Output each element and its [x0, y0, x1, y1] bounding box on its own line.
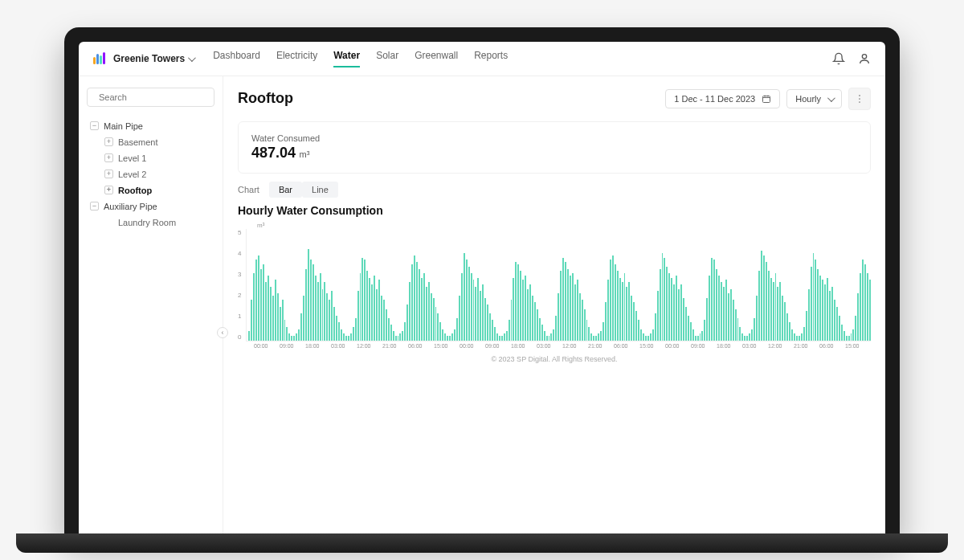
chart-bar: [857, 293, 859, 340]
chart-bar: [869, 280, 871, 340]
chart-bar: [494, 327, 496, 341]
chart-bar: [558, 293, 559, 340]
more-options-button[interactable]: [848, 88, 871, 110]
chart-bar: [447, 336, 448, 341]
chart-bar: [537, 309, 538, 341]
chart-bar: [668, 273, 670, 340]
chart-bar: [779, 282, 781, 340]
chart-bar: [423, 273, 425, 340]
calendar-icon: [762, 94, 771, 104]
search-box[interactable]: [87, 88, 214, 107]
chart-bar: [706, 298, 708, 341]
tree-group[interactable]: −Auxiliary Pipe: [87, 198, 214, 215]
y-axis: 543210: [238, 229, 246, 341]
nav-greenwall[interactable]: Greenwall: [415, 50, 458, 67]
chart-bar: [317, 282, 319, 340]
tree-toggle-icon: −: [90, 121, 99, 130]
chart-bar: [411, 264, 413, 341]
chart-bar: [404, 322, 406, 340]
chart-bar: [525, 276, 526, 341]
chart-bar: [786, 313, 788, 340]
chart-bar: [312, 264, 314, 341]
chart-bar: [728, 293, 729, 340]
sidebar: −Main Pipe+Basement+Level 1+Level 2+Roof…: [79, 76, 223, 533]
chart-bar: [733, 300, 734, 340]
chart-bar: [414, 255, 415, 341]
chart-bar: [574, 284, 576, 341]
chart-bar: [605, 302, 607, 340]
building-selector[interactable]: Greenie Towers: [113, 53, 194, 64]
metric-label: Water Consumed: [251, 133, 857, 143]
tree-item[interactable]: +Rooftop: [87, 182, 214, 198]
chart-bar: [768, 271, 770, 340]
chart-bar: [657, 291, 659, 340]
chart-bar: [683, 298, 684, 341]
chart-bar: [600, 331, 602, 340]
chart-bar: [350, 333, 352, 340]
chart-bar: [615, 264, 616, 341]
nav-electricity[interactable]: Electricity: [276, 50, 317, 67]
chart-bar: [315, 276, 317, 341]
chart-bar: [381, 296, 382, 341]
chart-type-label: Chart: [238, 185, 259, 194]
chart-bar: [461, 273, 463, 340]
chart-tab-line[interactable]: Line: [302, 182, 338, 198]
nav-dashboard[interactable]: Dashboard: [213, 50, 260, 67]
chart-bar: [374, 276, 375, 341]
tree-group[interactable]: −Main Pipe: [87, 118, 214, 134]
chart-bar: [716, 269, 717, 341]
chart-bar: [709, 276, 710, 341]
nav-solar[interactable]: Solar: [376, 50, 398, 67]
chart-bar: [248, 331, 250, 340]
chart-bar: [343, 333, 345, 340]
chart-bar: [595, 336, 597, 341]
chart-bar: [695, 336, 696, 341]
svg-point-7: [859, 95, 860, 96]
chart-bar: [763, 255, 765, 341]
chart-bar: [399, 333, 401, 340]
chart-bar: [509, 320, 510, 340]
chart-bar: [520, 271, 521, 340]
tree-item[interactable]: +Level 2: [87, 166, 214, 182]
svg-rect-3: [763, 96, 770, 102]
chart-bar: [268, 276, 269, 341]
chart-bar: [598, 333, 599, 340]
chart-bar: [602, 322, 604, 340]
chart-bar: [680, 284, 682, 341]
chart-bar: [324, 282, 325, 340]
chart-bar: [386, 309, 387, 341]
chart-bar: [834, 300, 835, 340]
chart-bar: [369, 278, 370, 341]
tree-item[interactable]: Laundry Room: [87, 215, 214, 231]
chart-tab-bar[interactable]: Bar: [269, 182, 302, 198]
chevron-down-icon: [827, 94, 833, 104]
chart-bar: [320, 273, 321, 340]
location-tree: −Main Pipe+Basement+Level 1+Level 2+Roof…: [87, 118, 214, 231]
chart-bar: [296, 333, 297, 340]
chart-bar: [612, 255, 614, 341]
chart-bar: [570, 276, 571, 341]
chart-bar: [308, 249, 309, 341]
chart-bar: [582, 300, 583, 340]
chart-bar: [789, 322, 790, 340]
date-range-picker[interactable]: 1 Dec - 11 Dec 2023: [665, 89, 780, 108]
user-icon[interactable]: [858, 52, 871, 65]
chart-bar: [298, 329, 300, 341]
interval-selector[interactable]: Hourly: [786, 89, 842, 108]
chart-bar: [739, 327, 741, 341]
chart-bar: [645, 336, 647, 341]
tree-item[interactable]: +Level 1: [87, 150, 214, 166]
tree-item[interactable]: +Basement: [87, 134, 214, 150]
search-input[interactable]: [99, 92, 210, 102]
chart-bar: [775, 273, 777, 340]
chart-bar: [357, 291, 359, 340]
nav-reports[interactable]: Reports: [474, 50, 508, 67]
chart-bar: [336, 316, 337, 341]
bell-icon[interactable]: [832, 52, 845, 65]
nav-water[interactable]: Water: [333, 50, 360, 67]
chart-bar: [527, 289, 529, 341]
chart-bar: [468, 267, 470, 341]
chart-bar: [371, 284, 373, 341]
chart-bar: [433, 298, 435, 341]
chart-bar: [796, 336, 798, 341]
